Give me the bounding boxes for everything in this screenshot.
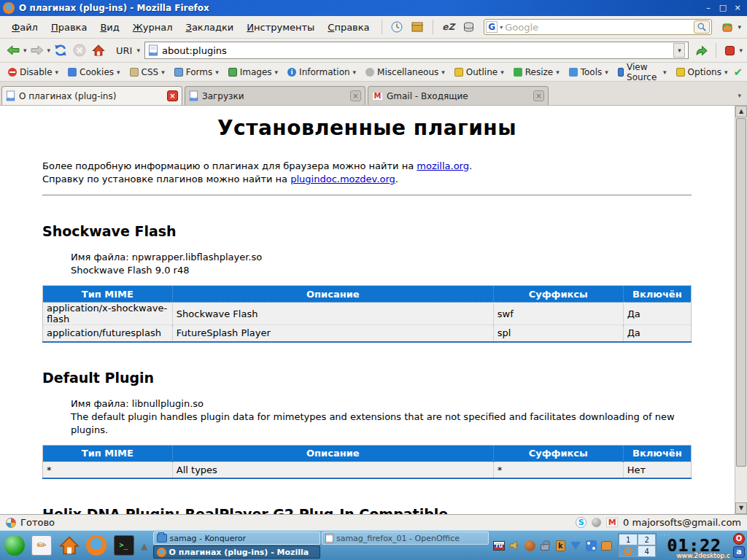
extension-button-icon[interactable] bbox=[725, 46, 735, 55]
logout-icon[interactable] bbox=[733, 533, 745, 545]
task-firefox-active[interactable]: О плагинах (plug-ins) - Mozilla bbox=[153, 545, 320, 559]
webdev-item-miscellaneous[interactable]: Miscellaneous▾ bbox=[362, 66, 449, 79]
search-input[interactable] bbox=[505, 22, 694, 33]
clock-applet[interactable]: · · · 01:22 www.2desktop.c bbox=[659, 532, 729, 559]
webdev-item-view-source[interactable]: View Source▾ bbox=[614, 61, 670, 84]
update-addon-icon[interactable] bbox=[721, 20, 734, 34]
sphere-icon[interactable] bbox=[592, 518, 601, 527]
skype-icon[interactable] bbox=[576, 517, 587, 528]
uri-caret-icon[interactable]: ▾ bbox=[136, 47, 140, 54]
menu-bookmarks[interactable]: Закладки bbox=[180, 19, 240, 36]
task-openoffice[interactable]: samag_firefox_01 - OpenOffice bbox=[322, 532, 489, 545]
search-engine-caret-icon[interactable]: ▾ bbox=[500, 24, 503, 31]
firefox-launcher[interactable] bbox=[84, 533, 108, 558]
watchdog-tray-icon[interactable] bbox=[524, 540, 535, 551]
world-clock-icon[interactable] bbox=[390, 20, 403, 34]
scrollbar-thumb[interactable] bbox=[736, 118, 746, 467]
ez-extension-icon[interactable]: eZ bbox=[442, 20, 455, 34]
plugin-details: Имя файла: npwrapper.libflashplayer.so S… bbox=[71, 251, 692, 277]
pager-desktop-3-current[interactable] bbox=[619, 545, 638, 557]
webdev-item-cookies[interactable]: Cookies▾ bbox=[64, 66, 124, 79]
url-input[interactable] bbox=[158, 45, 673, 56]
tab-close-icon[interactable]: × bbox=[167, 90, 178, 101]
separator bbox=[716, 43, 716, 58]
kget-tray-icon[interactable] bbox=[570, 540, 581, 551]
webdev-item-disable[interactable]: Disable▾ bbox=[4, 66, 62, 79]
tab-downloads[interactable]: Загрузки × bbox=[185, 86, 365, 105]
extension-caret-icon[interactable]: ▾ bbox=[739, 47, 743, 54]
reload-button[interactable] bbox=[52, 42, 69, 58]
scroll-up-button[interactable]: ▲ bbox=[735, 106, 747, 117]
forward-button[interactable] bbox=[28, 44, 46, 57]
back-history-caret-icon[interactable]: ▾ bbox=[23, 47, 27, 54]
go-button[interactable] bbox=[693, 44, 710, 58]
webdev-item-tools[interactable]: Tools▾ bbox=[565, 66, 612, 79]
plugindoc-link[interactable]: plugindoc.mozdev.org bbox=[290, 174, 395, 184]
webdev-item-information[interactable]: Information▾ bbox=[284, 66, 360, 79]
pager-desktop-4[interactable]: 4 bbox=[638, 545, 657, 557]
tab-close-icon[interactable]: × bbox=[533, 90, 544, 101]
tab-label: О плагинах (plug-ins) bbox=[19, 91, 163, 101]
menu-edit[interactable]: Правка bbox=[45, 19, 93, 36]
back-button[interactable] bbox=[4, 44, 22, 57]
panel-hide-arrow-icon[interactable] bbox=[139, 541, 150, 551]
task-konqueror[interactable]: samag - Konqueror bbox=[153, 532, 320, 545]
render-mode-pie-icon[interactable] bbox=[6, 518, 16, 528]
webdev-item-forms[interactable]: Forms▾ bbox=[171, 66, 222, 79]
google-favicon[interactable]: G bbox=[486, 21, 498, 33]
network-tray-icon[interactable] bbox=[585, 540, 597, 551]
tray-app-a-icon[interactable] bbox=[733, 546, 745, 558]
gmail-notifier-icon[interactable] bbox=[606, 518, 618, 527]
home-launcher[interactable] bbox=[57, 533, 81, 558]
tab-gmail[interactable]: Gmail - Входящие × bbox=[368, 86, 549, 105]
webdev-item-images[interactable]: Images▾ bbox=[225, 66, 282, 79]
close-button[interactable]: × bbox=[731, 2, 744, 14]
cookies-icon bbox=[68, 68, 77, 77]
col-mime-type: Тип MIME bbox=[43, 445, 173, 462]
addon-caret-icon[interactable]: ▾ bbox=[738, 23, 741, 31]
pager-desktop-2[interactable]: 2 bbox=[638, 534, 657, 545]
url-history-caret-icon[interactable]: ▾ bbox=[673, 43, 685, 58]
stop-icon bbox=[73, 44, 86, 57]
suse-menu-button[interactable] bbox=[2, 533, 26, 558]
webdev-item-outline[interactable]: Outline▾ bbox=[451, 66, 508, 79]
notes-launcher[interactable] bbox=[29, 533, 53, 558]
mozilla-org-link[interactable]: mozilla.org bbox=[417, 160, 469, 171]
webdev-item-resize[interactable]: Resize▾ bbox=[510, 66, 563, 79]
tab-plugins[interactable]: О плагинах (plug-ins) × bbox=[1, 86, 182, 105]
maximize-button[interactable]: □ bbox=[716, 2, 729, 14]
about-plugins-page: Установленные плагины Более подробную ин… bbox=[0, 106, 735, 514]
messenger-tray-icon[interactable] bbox=[600, 540, 612, 551]
archive-box-icon[interactable] bbox=[411, 20, 424, 34]
css-icon bbox=[130, 68, 139, 77]
status-bar: Готово 0 majorsofts@gmail.com bbox=[0, 514, 747, 530]
menu-help[interactable]: Справка bbox=[322, 19, 375, 36]
volume-tray-icon[interactable] bbox=[508, 540, 520, 551]
firefox-app-icon bbox=[3, 2, 15, 14]
openoffice-doc-icon bbox=[325, 534, 333, 543]
firefox-icon bbox=[157, 548, 166, 557]
uri-dropdown[interactable]: URI bbox=[116, 45, 132, 56]
tab-list-caret-icon[interactable]: ▾ bbox=[733, 92, 746, 99]
klipper-tray-icon[interactable] bbox=[554, 540, 566, 551]
stop-button[interactable] bbox=[71, 42, 88, 58]
webdev-item-options[interactable]: Options▾ bbox=[673, 66, 732, 79]
security-tray-icon[interactable] bbox=[539, 540, 551, 551]
statusbar-right: 0 majorsofts@gmail.com bbox=[576, 517, 741, 528]
menu-tools[interactable]: Инструменты bbox=[241, 19, 320, 36]
konsole-launcher[interactable] bbox=[112, 533, 136, 558]
forward-history-caret-icon[interactable]: ▾ bbox=[47, 47, 51, 54]
menu-view[interactable]: Вид bbox=[94, 19, 125, 36]
keyboard-layout-indicator[interactable]: ru bbox=[493, 540, 505, 551]
pager-desktop-1[interactable]: 1 bbox=[619, 534, 638, 545]
minimize-button[interactable]: – bbox=[702, 2, 715, 14]
menu-history[interactable]: Журнал bbox=[127, 19, 179, 36]
vertical-scrollbar[interactable]: ▲ ▼ bbox=[735, 106, 747, 514]
search-go-button[interactable] bbox=[694, 20, 710, 34]
scroll-down-button[interactable]: ▼ bbox=[735, 502, 747, 514]
home-button[interactable] bbox=[90, 43, 107, 58]
database-icon[interactable] bbox=[462, 20, 476, 34]
webdev-item-css[interactable]: CSS▾ bbox=[126, 66, 169, 79]
tab-close-icon[interactable]: × bbox=[350, 90, 361, 101]
menu-file[interactable]: Файл bbox=[6, 19, 44, 36]
